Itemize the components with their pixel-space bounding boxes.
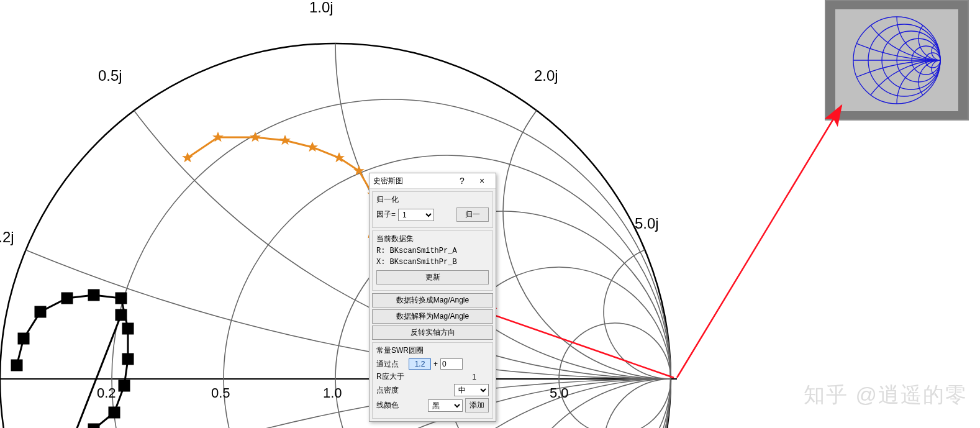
- svg-rect-20: [35, 307, 45, 317]
- group-dataset-title: 当前数据集: [376, 234, 489, 244]
- smith-chart-main: 0.2j 0.5j 1.0j 2.0j 5.0j 0.2 0.5 1.0 5.0: [0, 0, 708, 428]
- svg-point-43: [897, 14, 950, 60]
- convert-magangle-button[interactable]: 数据转换成Mag/Angle: [372, 293, 493, 307]
- svg-point-16: [604, 245, 708, 379]
- group-dataset: 当前数据集 R: BKscanSmithPr_A X: BKscanSmithP…: [372, 230, 493, 291]
- svg-rect-23: [116, 293, 126, 303]
- r-greater-value: 1: [472, 373, 476, 381]
- dataset-x: X: BKscanSmithPr_B: [376, 258, 489, 266]
- help-button[interactable]: ?: [452, 176, 472, 186]
- svg-rect-18: [12, 360, 22, 370]
- svg-rect-26: [123, 354, 133, 364]
- normalize-button[interactable]: 归一: [456, 207, 489, 222]
- svg-rect-21: [62, 293, 72, 303]
- dialog-titlebar[interactable]: 史密斯图 ? ×: [370, 173, 496, 189]
- label-r02: 0.2: [97, 385, 116, 401]
- smith-dialog: 史密斯图 ? × 归一化 因子= 1 归一 当前数据集 R: BKscanSmi…: [369, 173, 496, 422]
- update-button[interactable]: 更新: [376, 270, 489, 285]
- density-label: 点密度: [376, 385, 406, 396]
- watermark: 知乎 @逍遥的零: [804, 381, 968, 409]
- line-color-label: 线颜色: [376, 400, 406, 411]
- series-a: [12, 290, 133, 428]
- svg-rect-22: [89, 290, 99, 300]
- label-j20: 2.0j: [534, 67, 558, 84]
- label-j50: 5.0j: [635, 215, 659, 232]
- through-point-input-1[interactable]: [409, 358, 431, 370]
- group-swr-title: 常量SWR圆圈: [376, 345, 489, 356]
- factor-select[interactable]: 1: [398, 209, 434, 221]
- label-j02: 0.2j: [0, 229, 14, 245]
- svg-point-10: [0, 0, 708, 379]
- interpret-magangle-button[interactable]: 数据解释为Mag/Angle: [372, 309, 493, 324]
- svg-rect-24: [116, 310, 126, 320]
- density-select[interactable]: 中: [454, 384, 489, 396]
- smith-thumbnail: [835, 9, 958, 111]
- svg-rect-27: [119, 381, 129, 391]
- dialog-title: 史密斯图: [373, 176, 452, 186]
- label-r10: 1.0: [323, 385, 342, 401]
- smith-thumbnail-panel[interactable]: [825, 0, 969, 121]
- label-r50: 5.0: [550, 385, 569, 401]
- label-j05: 0.5j: [98, 67, 122, 84]
- through-point-input-2[interactable]: [440, 358, 463, 370]
- group-normalize-title: 归一化: [376, 194, 489, 205]
- line-color-select[interactable]: 黑: [428, 399, 463, 412]
- svg-point-17: [604, 379, 708, 428]
- svg-point-44: [897, 60, 950, 107]
- close-button[interactable]: ×: [472, 176, 492, 186]
- through-point-label: 通过点: [376, 359, 406, 370]
- svg-rect-25: [123, 324, 133, 334]
- svg-rect-19: [19, 334, 29, 344]
- r-greater-label: R应大于: [376, 371, 406, 382]
- factor-label: 因子=: [376, 209, 396, 220]
- plus-sign: +: [433, 360, 438, 368]
- group-swr: 常量SWR圆圈 通过点 + R应大于 1 点密度 中 线颜色 黑 添加: [372, 342, 493, 419]
- dataset-r: R: BKscanSmithPr_A: [376, 247, 489, 255]
- label-j10: 1.0j: [309, 0, 333, 16]
- svg-point-7: [559, 323, 671, 428]
- svg-rect-29: [89, 424, 99, 428]
- svg-point-8: [0, 0, 708, 379]
- svg-rect-28: [109, 408, 119, 417]
- add-button[interactable]: 添加: [465, 398, 489, 412]
- svg-point-15: [503, 379, 708, 428]
- group-normalize: 归一化 因子= 1 归一: [372, 191, 493, 228]
- label-r05: 0.5: [211, 385, 230, 401]
- flip-real-axis-button[interactable]: 反转实轴方向: [372, 326, 493, 340]
